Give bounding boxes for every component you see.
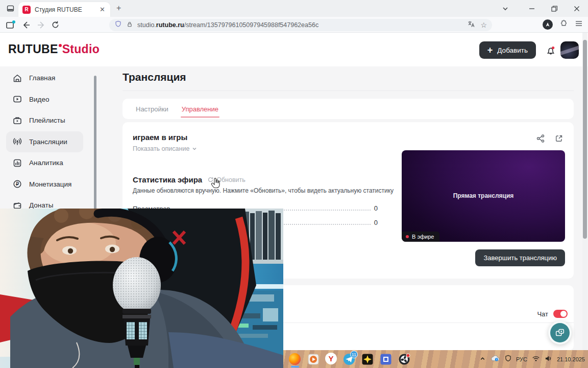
add-button-label: Добавить <box>497 47 528 54</box>
avatar[interactable] <box>560 41 579 59</box>
translate-icon[interactable] <box>467 20 475 30</box>
menu-icon[interactable] <box>575 19 583 30</box>
tab-search-icon[interactable] <box>6 4 15 15</box>
ruble-icon: ₽ <box>12 179 22 189</box>
taskbar-media-player-icon[interactable] <box>307 353 320 365</box>
sidebar-item-broadcasts[interactable]: Трансляции <box>6 131 83 153</box>
end-stream-button[interactable]: Завершить трансляцию <box>475 249 565 266</box>
extension-avatar-icon[interactable] <box>543 19 553 30</box>
back-icon[interactable] <box>21 20 31 32</box>
new-tab-button[interactable]: + <box>116 4 121 12</box>
minimize-button[interactable] <box>521 0 543 17</box>
onedrive-icon[interactable]: i <box>491 355 500 364</box>
extensions-puzzle-icon[interactable] <box>559 19 568 30</box>
notifications-bell-icon[interactable] <box>545 45 556 58</box>
tab-close-icon[interactable]: ✕ <box>99 5 106 14</box>
tray-shield-icon[interactable] <box>505 355 511 364</box>
playlist-icon <box>12 116 22 126</box>
scrollbar-thumb[interactable] <box>583 40 587 239</box>
tab-title: Студия RUTUBE <box>35 6 94 13</box>
sidebar-item-label: Видео <box>29 96 49 103</box>
taskbar-active-indicator <box>291 366 299 367</box>
taskbar-yandex-icon[interactable]: Y <box>325 353 337 364</box>
home-icon <box>12 73 22 83</box>
player-placeholder: Прямая трансляция <box>402 192 565 199</box>
restore-button[interactable] <box>543 0 566 17</box>
rutube-favicon: R <box>22 6 31 14</box>
sidebar: Главная Видео Плейлисты Трансляции Анали… <box>0 67 97 216</box>
clock-date[interactable]: 21.10.2025 <box>557 356 585 362</box>
rutube-studio-logo[interactable]: RUTUBE Studio <box>8 42 100 56</box>
sidebar-item-video[interactable]: Видео <box>6 89 83 110</box>
language-indicator[interactable]: РУС <box>516 356 527 362</box>
tab-settings[interactable]: Настройки <box>136 99 168 119</box>
address-bar[interactable]: studio.rutube.ru/stream/1357979610509794… <box>109 19 492 31</box>
mouse-cursor <box>210 178 220 191</box>
sidebar-scrollbar[interactable] <box>94 76 96 210</box>
refresh-label: Обновить <box>216 176 246 183</box>
bookmark-star-icon[interactable]: ☆ <box>480 21 487 29</box>
studio-header: RUTUBE Studio + Добавить <box>0 33 588 66</box>
browser-toolbar: studio.rutube.ru/stream/1357979610509794… <box>0 17 588 33</box>
page-scrollbar[interactable] <box>582 33 587 350</box>
support-chat-button[interactable] <box>548 321 572 344</box>
sidebar-item-label: Донаты <box>29 201 53 209</box>
sidebar-item-home[interactable]: Главная <box>6 67 83 89</box>
stat-value: 0 <box>374 204 378 213</box>
share-icon[interactable] <box>536 134 545 145</box>
taskbar-telegram-icon[interactable]: 11 <box>342 353 355 365</box>
sidebar-item-playlists[interactable]: Плейлисты <box>6 110 83 131</box>
tray-chevron-icon[interactable] <box>479 355 486 364</box>
broadcast-icon <box>12 136 22 147</box>
sidebar-item-monetization[interactable]: ₽ Монетизация <box>6 174 83 195</box>
volume-icon[interactable] <box>545 355 552 364</box>
live-badge: В эфире <box>402 232 439 242</box>
chat-toggle-label: Чат <box>537 310 548 318</box>
stats-note: Данные обновляются вручную. Нажмите «Обн… <box>133 187 394 194</box>
workspaces-icon[interactable] <box>5 19 16 32</box>
wifi-icon[interactable] <box>532 355 540 364</box>
logo-dot <box>59 44 62 47</box>
taskbar-obs-icon[interactable] <box>398 353 410 365</box>
divider <box>122 90 574 91</box>
logo-rutube-text: RUTUBE <box>8 42 58 56</box>
page-title: Трансляция <box>122 71 186 83</box>
lock-icon[interactable] <box>126 20 133 30</box>
window-controls <box>521 0 588 17</box>
reload-icon[interactable] <box>51 20 60 31</box>
sidebar-item-analytics[interactable]: Аналитика <box>6 152 83 174</box>
close-button[interactable] <box>566 0 588 17</box>
open-external-icon[interactable] <box>554 134 564 145</box>
sidebar-item-label: Плейлисты <box>29 117 65 124</box>
screen: R Студия RUTUBE ✕ + <box>0 0 588 368</box>
taskbar-firefox-icon[interactable] <box>288 353 301 365</box>
show-description-link[interactable]: Показать описание <box>133 145 197 152</box>
webcam-video-frame <box>0 209 283 368</box>
shield-icon[interactable] <box>114 20 122 30</box>
taskbar-vk-play-icon[interactable] <box>379 353 392 365</box>
sidebar-item-label: Аналитика <box>29 159 63 167</box>
chat-toggle[interactable] <box>553 310 568 318</box>
stream-title: играем в игры <box>133 133 187 142</box>
stream-preview-player[interactable]: Прямая трансляция В эфире <box>402 150 565 242</box>
url-text: studio.rutube.ru/stream/1357979610509794… <box>137 21 463 29</box>
telegram-badge: 11 <box>350 351 358 358</box>
taskbar-game-icon[interactable] <box>361 353 374 365</box>
tab-management[interactable]: Управление <box>182 99 218 119</box>
video-icon <box>12 94 22 104</box>
forward-icon[interactable] <box>37 20 46 32</box>
show-description-label: Показать описание <box>133 145 189 152</box>
stats-heading: Статистика эфира <box>133 175 202 184</box>
browser-tab[interactable]: R Студия RUTUBE ✕ <box>18 2 110 17</box>
sidebar-item-label: Монетизация <box>29 180 71 188</box>
analytics-icon <box>12 158 22 168</box>
add-button[interactable]: + Добавить <box>479 41 536 59</box>
tab-list-chevron-icon[interactable] <box>502 5 509 14</box>
stat-value: 0 <box>374 219 378 227</box>
chat-bubbles-icon <box>554 327 566 338</box>
webcam-overlay <box>0 209 283 368</box>
sidebar-item-label: Главная <box>29 74 55 82</box>
plus-icon: + <box>487 45 493 55</box>
logo-studio-text: Studio <box>62 42 100 56</box>
stream-tabs: Настройки Управление <box>122 99 574 119</box>
